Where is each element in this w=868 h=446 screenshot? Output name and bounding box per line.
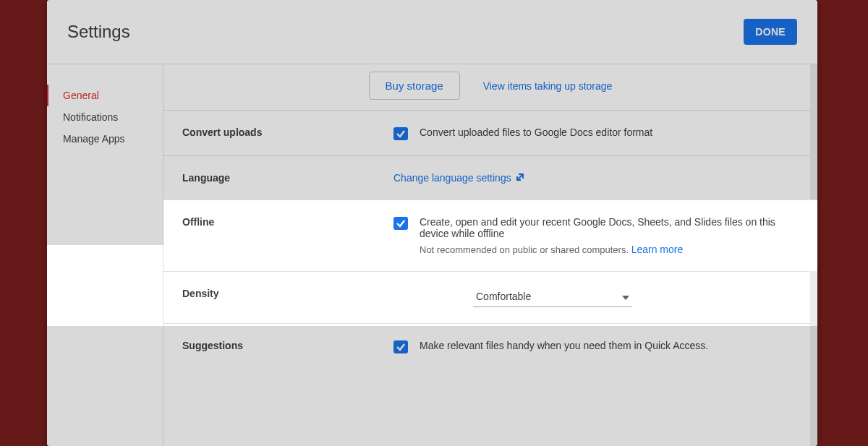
density-value: Comfortable — [476, 291, 531, 302]
section-label: Suggestions — [182, 340, 385, 353]
offline-text: Create, open and edit your recent Google… — [420, 216, 799, 239]
check-icon — [396, 129, 406, 139]
offline-subtext-note: Not recommended on public or shared comp… — [420, 244, 629, 255]
suggestions-checkbox[interactable] — [393, 340, 408, 353]
settings-dialog: Settings DONE General Notifications Mana… — [47, 0, 817, 446]
main-panel: Buy storage View items taking up storage… — [163, 64, 817, 446]
check-icon — [396, 342, 406, 352]
titlebar: Settings DONE — [47, 0, 817, 64]
section-convert-uploads: Convert uploads Convert uploaded files t… — [163, 110, 817, 155]
convert-uploads-checkbox[interactable] — [393, 127, 408, 140]
sidebar-item-general[interactable]: General — [47, 85, 163, 106]
offline-learn-more-link[interactable]: Learn more — [631, 244, 684, 255]
section-label: Language — [182, 172, 385, 184]
offline-checkbox[interactable] — [393, 217, 408, 230]
sidebar: General Notifications Manage Apps — [47, 64, 163, 446]
done-button[interactable]: DONE — [744, 19, 797, 45]
change-language-link-text: Change language settings — [393, 172, 511, 184]
section-label: Convert uploads — [182, 126, 385, 140]
section-offline: Offline Create, open and edit your recen… — [163, 200, 817, 271]
external-link-icon — [516, 172, 524, 184]
section-suggestions: Suggestions Make relevant files handy wh… — [163, 323, 817, 369]
page-title: Settings — [67, 22, 130, 42]
offline-subtext: Not recommended on public or shared comp… — [420, 244, 799, 255]
suggestions-text: Make relevant files handy when you need … — [420, 340, 799, 351]
density-select[interactable]: Comfortable — [473, 288, 632, 307]
section-language: Language Change language settings — [163, 155, 817, 200]
sidebar-item-manage-apps[interactable]: Manage Apps — [47, 128, 163, 150]
dropdown-icon — [622, 291, 629, 302]
dim-overlay — [817, 0, 868, 446]
convert-uploads-text: Convert uploaded files to Google Docs ed… — [420, 126, 799, 138]
dialog-body: General Notifications Manage Apps Buy st… — [47, 64, 817, 446]
section-label: Density — [182, 288, 385, 307]
dim-overlay — [0, 0, 47, 446]
offline-text-block: Create, open and edit your recent Google… — [420, 216, 799, 255]
change-language-link[interactable]: Change language settings — [393, 172, 524, 184]
sidebar-item-notifications[interactable]: Notifications — [47, 106, 163, 128]
section-density: Density Comfortable — [163, 271, 817, 323]
check-icon — [396, 218, 406, 228]
buy-storage-button[interactable]: Buy storage — [369, 72, 460, 100]
section-label: Offline — [182, 216, 385, 255]
storage-row: Buy storage View items taking up storage — [163, 64, 817, 110]
view-storage-link[interactable]: View items taking up storage — [483, 80, 613, 92]
